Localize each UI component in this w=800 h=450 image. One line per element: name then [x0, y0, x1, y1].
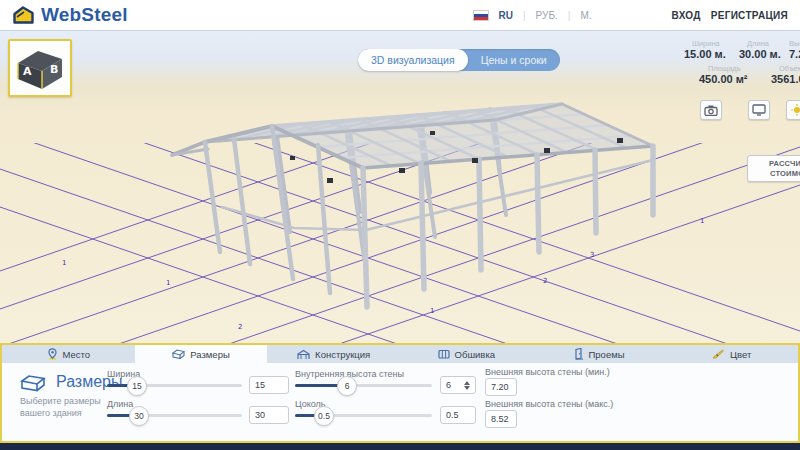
register-button[interactable]: РЕГИСТРАЦИЯ — [711, 10, 788, 21]
stat-volume-value: 3561.04 — [771, 73, 800, 85]
stat-width-value: 15.00 м. — [684, 48, 726, 60]
outer-min-input[interactable] — [485, 378, 517, 396]
brand-name: WebSteel — [41, 4, 128, 26]
length-label: Длина — [107, 399, 133, 409]
currency-selector[interactable]: РУБ. — [536, 10, 558, 21]
outer-max-input[interactable] — [485, 410, 517, 428]
language-selector[interactable]: RU — [499, 10, 513, 21]
dimensions-panel-body: Размеры Выберите размеры вашего здания Ш… — [2, 363, 798, 441]
tab-color-label: Цвет — [730, 349, 751, 360]
cladding-icon — [438, 349, 450, 359]
tab-place-label: Место — [63, 349, 91, 360]
app-header: WebSteel RU | РУБ. | М. ВХОД РЕГИСТРАЦИЯ — [0, 0, 800, 31]
map-pin-icon — [47, 348, 58, 360]
stat-width-label: Ширина — [692, 39, 720, 48]
units-selector[interactable]: М. — [580, 10, 591, 21]
stat-height-label: Высота — [789, 39, 800, 48]
tab-openings[interactable]: Проемы — [533, 345, 666, 363]
house-icon — [12, 5, 35, 25]
building-thumb-icon: A B — [10, 41, 70, 95]
length-slider[interactable] — [107, 414, 242, 417]
tab-cladding-label: Обшивка — [455, 349, 495, 360]
svg-text:1: 1 — [430, 307, 434, 315]
outer-max-label: Внешняя высота стены (макс.) — [485, 399, 613, 409]
flag-ru-icon — [473, 10, 489, 21]
stepper-down-icon[interactable] — [464, 386, 470, 390]
inner-height-stepper[interactable] — [464, 378, 473, 392]
paint-brush-icon — [712, 349, 725, 360]
plinth-input[interactable] — [440, 406, 476, 424]
inner-height-slider[interactable] — [295, 384, 432, 387]
stat-height-value: 7.20 — [789, 48, 800, 60]
section-subtitle: Выберите размеры вашего здания — [20, 396, 108, 419]
screenshot-button[interactable] — [700, 100, 722, 120]
camera-icon — [704, 105, 718, 116]
steel-frame-building — [172, 104, 653, 307]
tab-prices-terms[interactable]: Цены и сроки — [468, 49, 560, 71]
tab-place[interactable]: Место — [2, 345, 135, 363]
fullscreen-button[interactable] — [748, 100, 770, 120]
inner-height-slider-handle[interactable]: 6 — [337, 376, 357, 396]
brand-logo[interactable]: WebSteel — [12, 4, 128, 26]
login-button[interactable]: ВХОД — [671, 10, 700, 21]
svg-text:1: 1 — [166, 279, 170, 287]
svg-text:B: B — [50, 63, 58, 76]
dimensions-icon — [172, 349, 185, 359]
svg-text:3: 3 — [590, 251, 594, 259]
length-slider-handle[interactable]: 30 — [129, 406, 149, 426]
door-icon — [574, 348, 584, 360]
stat-area-value: 450.00 м² — [699, 73, 748, 85]
separator: | — [568, 10, 571, 21]
outer-min-label: Внешняя высота стены (мин.) — [485, 367, 610, 377]
tab-cladding[interactable]: Обшивка — [400, 345, 533, 363]
stat-length-label: Длина — [747, 39, 769, 48]
calculate-cost-button[interactable]: РАССЧИТАТЬ СТОИМОСТЬ — [747, 155, 800, 182]
stat-area-label: Площадь — [708, 64, 741, 73]
length-input[interactable] — [249, 406, 289, 424]
viewport-3d[interactable]: 1 2 1 2 3 1 1 — [0, 31, 800, 343]
width-slider-handle[interactable]: 15 — [127, 376, 147, 396]
tab-dimensions-label: Размеры — [190, 349, 229, 360]
lighting-button[interactable] — [786, 100, 800, 120]
building-type-thumbnail[interactable]: A B — [8, 39, 72, 97]
footer-bar — [0, 443, 800, 450]
svg-text:1: 1 — [700, 217, 704, 225]
svg-text:2: 2 — [238, 323, 242, 331]
tab-construction-label: Конструкция — [315, 349, 370, 360]
grid-axis-labels: 1 2 1 2 3 1 1 — [62, 217, 704, 331]
monitor-icon — [752, 104, 766, 116]
tab-3d-visualization[interactable]: 3D визуализация — [358, 49, 468, 71]
tab-dimensions[interactable]: Размеры — [135, 345, 268, 363]
view-mode-tabs: 3D визуализация Цены и сроки — [358, 49, 560, 71]
sun-icon — [790, 103, 800, 117]
svg-text:A: A — [23, 65, 32, 78]
ground-grid — [0, 31, 800, 343]
configurator-tabs: Место Размеры Конструкция — [2, 345, 798, 363]
stepper-up-icon[interactable] — [464, 381, 470, 385]
tab-color[interactable]: Цвет — [665, 345, 798, 363]
construction-icon — [297, 349, 310, 360]
stat-length-value: 30.00 м. — [739, 48, 781, 60]
tab-construction[interactable]: Конструкция — [267, 345, 400, 363]
svg-text:2: 2 — [543, 277, 547, 285]
width-input[interactable] — [249, 376, 289, 394]
plinth-slider-handle[interactable]: 0.5 — [314, 406, 334, 426]
tab-openings-label: Проемы — [589, 349, 625, 360]
dimensions-section-icon — [20, 374, 48, 392]
separator: | — [523, 10, 526, 21]
svg-text:1: 1 — [62, 259, 66, 267]
configurator-panel: Место Размеры Конструкция — [0, 343, 800, 443]
stat-volume-label: Объем — [779, 64, 800, 73]
building-3d-scene: 1 2 1 2 3 1 1 — [0, 31, 800, 343]
